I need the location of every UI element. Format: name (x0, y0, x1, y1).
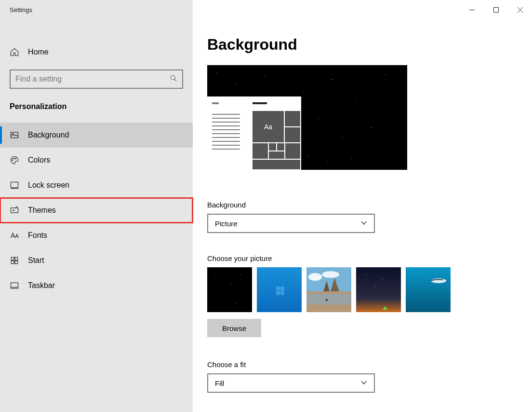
svg-point-50 (322, 271, 339, 278)
svg-point-34 (328, 162, 328, 162)
sidebar-item-fonts[interactable]: Fonts (0, 223, 193, 248)
svg-point-26 (357, 99, 357, 99)
svg-rect-11 (15, 257, 18, 260)
content-pane: Background Aa Background (193, 0, 532, 412)
svg-point-52 (326, 299, 328, 301)
chevron-down-icon (360, 220, 367, 228)
sidebar-item-lock-screen[interactable]: Lock screen (0, 173, 193, 198)
sidebar: Settings Home Personalization Background (0, 0, 193, 412)
svg-point-41 (236, 303, 237, 304)
picture-thumbnails (207, 267, 532, 312)
svg-rect-9 (11, 208, 18, 213)
svg-point-30 (342, 137, 343, 138)
svg-rect-44 (280, 287, 284, 290)
svg-point-28 (398, 109, 398, 109)
svg-rect-43 (276, 287, 280, 290)
svg-point-3 (13, 134, 13, 135)
sidebar-item-label: Fonts (28, 231, 47, 240)
picture-thumb-3[interactable] (306, 267, 351, 312)
sidebar-item-background[interactable]: Background (0, 123, 193, 148)
svg-rect-53 (356, 267, 401, 312)
svg-point-55 (383, 279, 383, 280)
svg-line-1 (174, 79, 176, 81)
svg-point-4 (12, 160, 13, 161)
themes-icon (10, 206, 19, 215)
svg-rect-45 (276, 291, 280, 295)
svg-point-39 (241, 275, 241, 275)
search-input-field[interactable] (15, 75, 170, 83)
svg-point-57 (375, 287, 376, 287)
svg-point-29 (318, 118, 318, 118)
picture-thumb-1[interactable] (207, 267, 252, 312)
search-input[interactable] (10, 69, 183, 89)
sidebar-item-taskbar[interactable]: Taskbar (0, 273, 193, 298)
browse-button[interactable]: Browse (207, 319, 261, 337)
svg-point-49 (308, 273, 322, 281)
close-button[interactable] (508, 0, 532, 19)
svg-point-31 (371, 127, 371, 128)
background-preview: Aa (207, 65, 407, 170)
svg-point-5 (13, 158, 14, 159)
svg-point-54 (365, 274, 366, 275)
picture-thumb-4[interactable] (356, 267, 401, 312)
svg-point-56 (392, 272, 392, 272)
fonts-icon (10, 231, 19, 240)
sidebar-item-label: Start (28, 256, 44, 265)
home-icon (10, 47, 19, 57)
lock-screen-icon (10, 180, 19, 190)
maximize-button[interactable] (484, 0, 508, 19)
chevron-down-icon (360, 379, 367, 387)
svg-point-0 (171, 75, 175, 80)
sidebar-item-label: Themes (28, 206, 56, 215)
choose-picture-label: Choose your picture (207, 254, 532, 262)
svg-point-25 (332, 79, 332, 80)
minimize-button[interactable] (460, 0, 484, 19)
sidebar-item-label: Colors (28, 156, 50, 165)
start-icon (10, 256, 19, 265)
svg-rect-46 (280, 291, 284, 295)
picture-thumb-2[interactable] (257, 267, 302, 312)
sidebar-item-label: Lock screen (28, 181, 69, 190)
svg-point-40 (222, 296, 222, 297)
svg-point-22 (236, 84, 237, 85)
home-label: Home (28, 48, 49, 56)
dropdown-value: Picture (215, 220, 238, 228)
svg-rect-14 (11, 283, 18, 288)
svg-point-23 (265, 75, 265, 76)
sidebar-item-label: Taskbar (28, 281, 55, 290)
window-title: Settings (0, 0, 193, 19)
svg-point-38 (231, 284, 232, 285)
svg-point-24 (304, 92, 304, 92)
svg-rect-2 (11, 132, 18, 138)
svg-rect-51 (306, 294, 351, 304)
dropdown-value: Fill (215, 379, 224, 387)
picture-icon (10, 130, 19, 140)
sidebar-item-label: Background (28, 131, 69, 139)
background-type-label: Background (207, 201, 532, 209)
svg-rect-13 (15, 261, 18, 264)
svg-point-35 (352, 159, 352, 160)
sidebar-item-start[interactable]: Start (0, 248, 193, 273)
home-link[interactable]: Home (0, 42, 193, 62)
svg-rect-10 (11, 257, 14, 260)
picture-thumb-5[interactable] (406, 267, 451, 312)
svg-point-32 (395, 152, 396, 152)
sidebar-item-colors[interactable]: Colors (0, 148, 193, 173)
preview-sample-tile: Aa (253, 111, 284, 142)
svg-rect-7 (11, 182, 18, 188)
search-icon (170, 74, 177, 84)
svg-point-27 (385, 74, 386, 75)
svg-point-33 (308, 156, 308, 157)
sidebar-item-themes[interactable]: Themes (0, 198, 193, 223)
choose-fit-label: Choose a fit (207, 360, 532, 369)
category-heading: Personalization (0, 102, 193, 111)
svg-rect-17 (493, 7, 498, 12)
page-title: Background (207, 36, 532, 54)
palette-icon (10, 155, 19, 165)
svg-point-37 (214, 277, 215, 277)
svg-point-6 (15, 158, 16, 159)
svg-rect-12 (11, 261, 14, 264)
background-type-dropdown[interactable]: Picture (207, 214, 375, 233)
choose-fit-dropdown[interactable]: Fill (207, 373, 375, 393)
taskbar-icon (10, 281, 19, 290)
